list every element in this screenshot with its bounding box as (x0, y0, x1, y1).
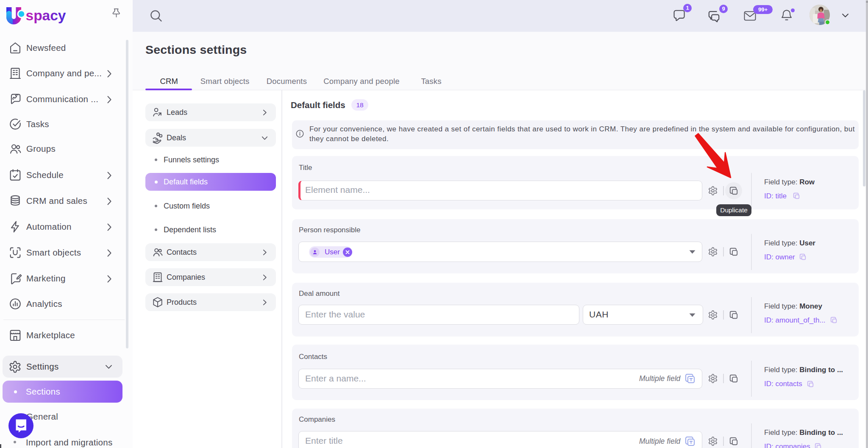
svg-text:spacy: spacy (26, 8, 66, 23)
